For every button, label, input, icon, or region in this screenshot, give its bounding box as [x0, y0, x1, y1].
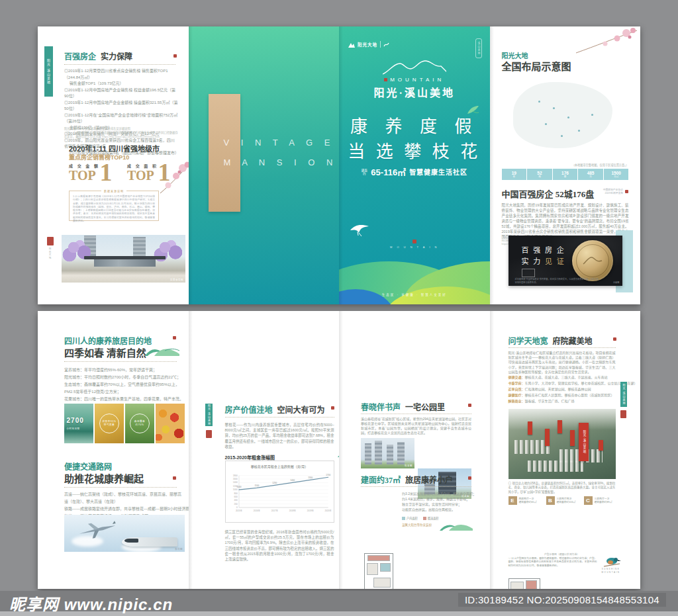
photo-circle-label: 优良率95%空气质量: [99, 414, 119, 433]
plan-room: [526, 580, 537, 589]
medal-mountain-icon: [583, 255, 603, 265]
panel-cover: 阳光大地 溪山美地 MOUNTAIN 阳光·溪山美地 康 养 度 假 当 选 攀…: [339, 26, 490, 304]
list-item: ◎2019年1-12月在“全国房地产企业拿地排行榜”拿地面积752万㎡（第26位…: [64, 112, 178, 125]
photo-overlay-number: 2700: [67, 417, 84, 424]
disclaimer-text: 1.以上数据来源于克而瑞《2019年1-12月中国房地产企业销售TOP200排行…: [73, 195, 155, 223]
rent-line-chart: 0200400600800100012001400160018001000201…: [226, 470, 332, 519]
panel-park-living: 春晓伴书声 一宅公园里 溪山春晓择址“花城新区”核心区域，紧邻约294亩天星湖湿…: [339, 311, 490, 589]
side-tab: 阳光·溪山美地: [44, 46, 53, 97]
design-preview-stage: 阳光·溪山美地 百强房企 实力保障 ◎2019年1-12月荣登四川省重点房企销售…: [0, 0, 678, 616]
svg-text:1700: 1700: [326, 474, 330, 476]
divider: [225, 417, 334, 418]
image-id-label: ID:30189452 NO:20250908154848553104: [458, 593, 666, 607]
legal-paragraph: ◎ 以上户型图仅为示意图，面积为建筑面积，赠送面积以合同约定为准；户型、面积、装…: [508, 557, 597, 568]
site-url: www.nipic.cn: [64, 595, 173, 613]
cover-tagline: 生态居 · 享健康 · 智慧人文美好: [339, 292, 490, 296]
rent-chart-card: 攀枝花市区月租金上涨趋势图（元/月） 020040060080010001200…: [225, 461, 334, 523]
plan-card-B: B 三房两厅两卫建筑面积约116㎡: [546, 496, 576, 505]
seal-icon: [468, 404, 471, 407]
legend-swatch-red: [423, 517, 426, 520]
amenity-list: 便捷交通：攀枝花大道、花城大道、三线大道、京昆高速、火车南站 书香学府：东风小学…: [508, 374, 638, 404]
plan-bonus-area: [367, 555, 390, 561]
location-paragraph: 阳光·溪山美地择址仁和区域重点打造的新兴高端住宅板块，项目坐拥花城新区城市主干道…: [508, 351, 616, 374]
svg-text:1250: 1250: [272, 482, 277, 484]
bird-caption-1: SUNSHINE: [596, 568, 626, 570]
seal-icon: [620, 410, 626, 418]
disclaimer-tab: 数据来源说明: [101, 189, 126, 193]
panel-property-value: 阳光·溪山美地 房产价值洼地 空间大有可为 攀枝花——作为川内康养旅居重要城市，…: [189, 311, 340, 589]
svg-text:2020年: 2020年: [325, 509, 332, 512]
b4-title-accent: 问学天地宽: [508, 335, 548, 347]
svg-text:1100: 1100: [255, 484, 260, 487]
amenity-line: 醇熟商业：银泰城、华芝生活广场、仁和广场: [508, 398, 638, 404]
unit-points: 约3.2米层高预留横向分隔浮空间，赠送挑空面积； 约1.4米宽阳台，移步、观景、…: [402, 491, 476, 512]
red-marker: [599, 440, 603, 451]
plan-letter: E: [508, 496, 517, 505]
unit-point: 独立卫浴干湿分离，实现生活同时分享；: [402, 502, 476, 507]
fact-line: 高速——纳仁高架线（建成）、攀枝花环城高速、京昆高速、丽攀高速（在建）、攀大高速…: [64, 491, 182, 506]
divider: [361, 486, 471, 487]
list-item: ◎2019年1-12月荣登四川省重点房企销售榜 销售面积TOP1（244.84万…: [64, 68, 178, 81]
award-card: 百 强 房 企 实 力 见 证 近年来荣获“中国百强房企”系列荣誉，综合实力持续…: [508, 236, 622, 286]
building-cluster: [528, 461, 583, 472]
top-word: TOP: [69, 169, 100, 182]
side-tab: 阳光·溪山美地: [620, 382, 627, 407]
b3-title2-main: 旅居康养小户: [405, 474, 453, 486]
tower-shape: [387, 445, 393, 464]
mountain-logo-icon: [348, 42, 355, 48]
vintage-text: V I N T A G E: [224, 138, 335, 148]
brand-cn: 阳光·溪山美地: [339, 84, 490, 100]
china-map: [500, 78, 630, 159]
project-paragraph: ◎ 项目总占地约158亩，总建筑面积约50万㎡，容积率2.5，绿化率30%，规划…: [508, 482, 616, 494]
svg-text:1400: 1400: [290, 479, 295, 482]
headline-1: 康 养 度 假: [339, 112, 490, 137]
pavilion-glass: [94, 259, 156, 267]
list-item: ◎2019年1-12月中国房地产企业销售榜 权益金额196.5亿元（第90位）: [64, 87, 178, 100]
tan-rectangle: [209, 94, 240, 212]
disclaimer-box: 数据来源说明 1.以上数据来源于克而瑞《2019年1-12月中国房地产企业销售T…: [69, 191, 159, 221]
company-paragraph: 阳光大地集团，历经19年发展现已形成房地产开发、规划设计、建筑施工、装修装饰、物…: [502, 202, 629, 240]
spec-prefix: 建面 约: [361, 169, 367, 175]
plan-card-C: C 三房两厅一卫建筑面积约89㎡: [584, 496, 612, 505]
red-marker: [545, 429, 550, 446]
plan-letter: B: [546, 496, 555, 505]
seal-icon: [173, 336, 176, 339]
layout-title: 全国布局示意图: [502, 59, 571, 73]
divider: [361, 414, 471, 414]
mini-hills-icon: [145, 345, 179, 356]
photo-circle-label: 森林覆盖约70%: [130, 414, 150, 433]
svg-text:600: 600: [234, 496, 238, 498]
field-photo: 优良率95%空气质量: [95, 404, 124, 443]
brand-logo: 阳光大地: [348, 41, 389, 48]
plan-room: [380, 563, 391, 572]
train-nose: [124, 539, 139, 543]
mini-seal-icon: [412, 240, 416, 243]
fact-line: 花果城市：四川唯一的亚热带水果生产基地，四季花果，特产丰茂。: [64, 396, 180, 403]
b3-title-main: 一宅公园里: [405, 401, 445, 413]
amenity-line: 书香学府：东风小学、大河中学、管理实验学校、攀七中花城校区、公立幼儿园（在建）: [508, 380, 638, 386]
stat-bar: 19省 52城 176盘 485万 1500万㎡: [502, 169, 629, 180]
spec-suffix: 智慧健康生活社区: [409, 167, 467, 177]
brand-logo-name: 阳光大地: [358, 41, 377, 48]
tower-shape: [397, 442, 405, 465]
train-shape: [122, 537, 177, 547]
amenity-line: 康健医疗：攀枝花市仁和区人民医院、攀枝花中心医院（花城新区院区）: [508, 392, 638, 398]
b4-title-main: 府院藏美地: [553, 335, 593, 347]
entrance-photo: 实景意境图: [62, 235, 185, 283]
award-logo-box: [522, 269, 535, 277]
map-city-dots: [538, 101, 540, 103]
photo-overlay-label: 小时年日照: [67, 427, 80, 430]
tower-shape: [365, 443, 371, 464]
seal-icon: [613, 337, 616, 341]
top-number: 1: [100, 162, 113, 182]
svg-text:1000: 1000: [233, 488, 238, 491]
project-banner: 阳光·溪山美地: [579, 423, 589, 461]
brochure-outer-spread: 阳光·溪山美地 百强房企 实力保障 ◎2019年1-12月荣登四川省重点房企销售…: [38, 26, 640, 304]
cover-stamp: 溪山美地: [475, 38, 482, 58]
seal-icon: [331, 406, 334, 410]
stat-cell: 1500万㎡: [604, 169, 629, 180]
transport-photo: 意境图: [64, 515, 185, 552]
plan-caption: 户型示意图（建面以实测为准）: [508, 552, 616, 556]
section-title: 百强房企 实力保障: [64, 50, 132, 62]
svg-text:800: 800: [234, 492, 238, 495]
